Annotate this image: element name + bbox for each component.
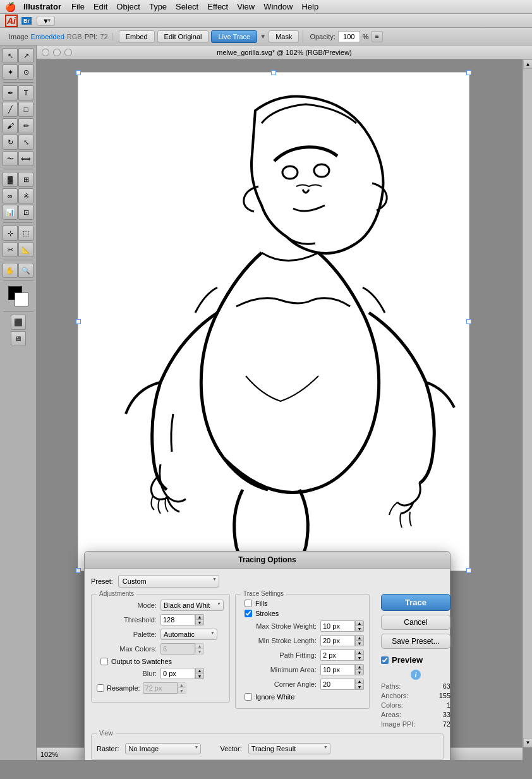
palette-select[interactable]: Automatic <box>160 629 217 640</box>
max-stroke-weight-down[interactable]: ▼ <box>355 626 364 632</box>
save-preset-button[interactable]: Save Preset... <box>381 634 450 649</box>
scroll-up-button[interactable]: ▲ <box>523 59 532 69</box>
corner-angle-up[interactable]: ▲ <box>355 679 364 684</box>
output-swatches-checkbox[interactable] <box>100 658 108 665</box>
min-stroke-length-up[interactable]: ▲ <box>355 635 364 641</box>
threshold-input[interactable] <box>160 614 195 625</box>
close-button[interactable] <box>42 49 49 56</box>
corner-angle-input[interactable] <box>320 679 355 690</box>
preset-select[interactable]: Custom Default Photo Low Fidelity Photo … <box>118 575 219 588</box>
hand-tool[interactable]: ✋ <box>3 263 18 278</box>
opacity-options[interactable]: ≡ <box>372 31 383 42</box>
width-tool[interactable]: ⟺ <box>18 151 33 166</box>
drawing-modes[interactable]: ⬛ <box>11 315 26 330</box>
minimum-area-up[interactable]: ▲ <box>355 664 364 670</box>
mask-button[interactable]: Mask <box>269 30 299 43</box>
line-tool[interactable]: ╱ <box>3 102 18 117</box>
background-color[interactable] <box>15 293 28 306</box>
eraser-tool[interactable]: ⬚ <box>18 226 33 241</box>
ignore-white-checkbox[interactable] <box>245 693 252 701</box>
rotate-tool[interactable]: ↻ <box>3 135 18 150</box>
live-trace-button[interactable]: Live Trace <box>211 30 257 43</box>
threshold-down[interactable]: ▼ <box>195 620 204 625</box>
path-fitting-down[interactable]: ▼ <box>355 655 364 661</box>
minimize-button[interactable] <box>53 49 61 56</box>
live-trace-dropdown[interactable]: ▼ <box>260 33 266 40</box>
mode-select[interactable]: Black and White Grayscale Color Auto Col… <box>160 600 224 611</box>
cancel-button[interactable]: Cancel <box>381 615 450 630</box>
pen-tool[interactable]: ✒ <box>3 85 18 100</box>
threshold-up[interactable]: ▲ <box>195 614 204 620</box>
scroll-down-button[interactable]: ▼ <box>523 738 532 747</box>
min-stroke-length-down[interactable]: ▼ <box>355 641 364 646</box>
zoom-tool[interactable]: 🔍 <box>18 263 33 278</box>
warp-tool[interactable]: 〜 <box>3 151 18 166</box>
paintbrush-tool[interactable]: 🖌 <box>3 118 18 133</box>
text-tool[interactable]: T <box>18 85 33 100</box>
menu-window[interactable]: Window <box>263 2 293 11</box>
right-scrollbar[interactable]: ▲ ▼ <box>523 59 532 747</box>
magic-wand-tool[interactable]: ✦ <box>3 64 18 80</box>
menu-select[interactable]: Select <box>176 2 198 11</box>
scroll-track-vertical[interactable] <box>523 69 532 738</box>
raster-select-wrap[interactable]: No Image Original Image Adjusted Image <box>125 743 201 754</box>
anchors-label: Anchors: <box>381 692 408 699</box>
screen-modes[interactable]: 🖥 <box>11 331 26 346</box>
blend-tool[interactable]: ∞ <box>3 188 18 203</box>
minimum-area-input[interactable] <box>320 664 355 675</box>
resample-checkbox[interactable] <box>97 684 104 692</box>
percent-sign: % <box>363 33 369 40</box>
artboard-tool[interactable]: ⊡ <box>18 205 33 220</box>
symbol-tool[interactable]: ※ <box>18 188 33 203</box>
lasso-tool[interactable]: ⊙ <box>18 64 33 80</box>
arrange-wrap[interactable]: ▼ <box>37 16 55 26</box>
min-stroke-length-input[interactable] <box>320 635 355 646</box>
preset-select-wrap[interactable]: Custom Default Photo Low Fidelity Photo … <box>118 575 219 588</box>
menu-type[interactable]: Type <box>149 2 167 11</box>
strokes-checkbox[interactable] <box>245 610 252 617</box>
blur-down[interactable]: ▼ <box>195 673 204 679</box>
vector-select-wrap[interactable]: Tracing Result Outlines Outlines with Tr… <box>248 743 330 754</box>
trace-button[interactable]: Trace <box>381 594 450 611</box>
mode-select-wrap[interactable]: Black and White Grayscale Color Auto Col… <box>160 600 224 611</box>
menu-file[interactable]: File <box>71 2 85 11</box>
raster-select[interactable]: No Image Original Image Adjusted Image <box>125 743 201 754</box>
slice-tool[interactable]: ⊹ <box>3 226 18 241</box>
menu-view[interactable]: View <box>237 2 255 11</box>
tool-row-14: ⬛ <box>11 315 26 330</box>
blur-input[interactable] <box>160 668 195 679</box>
mesh-tool[interactable]: ⊞ <box>18 172 33 187</box>
edit-original-button[interactable]: Edit Original <box>157 30 209 43</box>
menu-edit[interactable]: Edit <box>94 2 107 11</box>
resample-steppers: ▲ ▼ <box>178 682 186 694</box>
pencil-tool[interactable]: ✏ <box>18 118 33 133</box>
palette-select-wrap[interactable]: Automatic <box>160 629 217 640</box>
fills-checkbox[interactable] <box>245 600 252 607</box>
opacity-input[interactable]: 100 <box>338 31 360 42</box>
embed-button[interactable]: Embed <box>119 30 155 43</box>
path-fitting-up[interactable]: ▲ <box>355 649 364 655</box>
max-stroke-weight-input[interactable] <box>320 620 355 632</box>
corner-angle-down[interactable]: ▼ <box>355 684 364 690</box>
preview-checkbox[interactable] <box>381 656 389 664</box>
maximize-button[interactable] <box>64 49 72 56</box>
column-graph-tool[interactable]: 📊 <box>3 205 18 220</box>
ruler-tool[interactable]: 📐 <box>18 242 33 257</box>
max-stroke-weight-up[interactable]: ▲ <box>355 620 364 626</box>
vector-select[interactable]: Tracing Result Outlines Outlines with Tr… <box>248 743 330 754</box>
blur-up[interactable]: ▲ <box>195 668 204 673</box>
minimum-area-down[interactable]: ▼ <box>355 670 364 675</box>
scale-tool[interactable]: ⤡ <box>18 135 33 150</box>
path-fitting-input[interactable] <box>320 649 355 661</box>
shape-tool[interactable]: □ <box>18 102 33 117</box>
menu-effect[interactable]: Effect <box>207 2 228 11</box>
ignore-white-row: Ignore White <box>241 693 364 701</box>
menu-object[interactable]: Object <box>116 2 140 11</box>
selection-tool[interactable]: ↖ <box>3 48 18 63</box>
gradient-tool[interactable]: ▓ <box>3 172 18 187</box>
apple-menu[interactable]: 🍎 <box>5 2 16 12</box>
scissors-tool[interactable]: ✂ <box>3 242 18 257</box>
direct-selection-tool[interactable]: ↗ <box>18 48 33 63</box>
arrange-button[interactable]: ▼ <box>37 16 55 26</box>
menu-help[interactable]: Help <box>301 2 318 11</box>
